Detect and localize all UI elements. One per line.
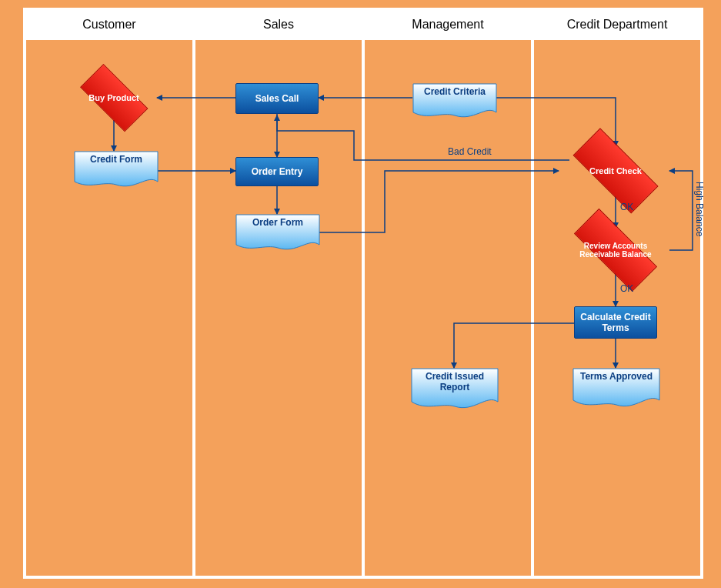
document-credit-criteria-label: Credit Criteria bbox=[412, 86, 497, 97]
document-credit-issued-report-label: Credit Issued Report bbox=[411, 371, 499, 393]
lane-header-customer: Customer bbox=[26, 11, 192, 40]
document-credit-form: Credit Form bbox=[74, 151, 159, 189]
document-terms-approved-label: Terms Approved bbox=[572, 371, 660, 382]
document-order-form: Order Form bbox=[235, 214, 320, 252]
process-calculate-terms: Calculate Credit Terms bbox=[574, 306, 657, 339]
decision-review-accounts-label: Review Accounts Receivable Balance bbox=[559, 226, 673, 274]
edge-label-ok-1: OK bbox=[620, 202, 633, 212]
decision-review-accounts: Review Accounts Receivable Balance bbox=[559, 226, 673, 274]
lane-header-sales: Sales bbox=[195, 11, 362, 40]
edge-label-ok-2: OK bbox=[620, 283, 633, 294]
lane-credit: Credit Department bbox=[532, 9, 702, 577]
document-credit-criteria: Credit Criteria bbox=[412, 83, 497, 120]
lane-header-management: Management bbox=[365, 11, 531, 40]
edge-label-bad-credit: Bad Credit bbox=[448, 146, 492, 157]
decision-buy-product-label: Buy Product bbox=[71, 75, 157, 120]
swimlane-diagram: Customer Sales Management Credit Departm… bbox=[0, 0, 721, 588]
document-terms-approved: Terms Approved bbox=[572, 368, 660, 408]
document-credit-issued-report: Credit Issued Report bbox=[411, 368, 499, 411]
process-sales-call: Sales Call bbox=[235, 83, 319, 114]
document-order-form-label: Order Form bbox=[235, 217, 320, 228]
lane-header-credit: Credit Department bbox=[534, 11, 700, 40]
decision-credit-check-label: Credit Check bbox=[559, 145, 673, 197]
document-credit-form-label: Credit Form bbox=[74, 154, 159, 165]
decision-credit-check: Credit Check bbox=[559, 145, 673, 197]
decision-buy-product: Buy Product bbox=[71, 75, 157, 120]
process-order-entry: Order Entry bbox=[235, 157, 319, 186]
edge-label-high-balance: High Balance bbox=[694, 182, 705, 236]
